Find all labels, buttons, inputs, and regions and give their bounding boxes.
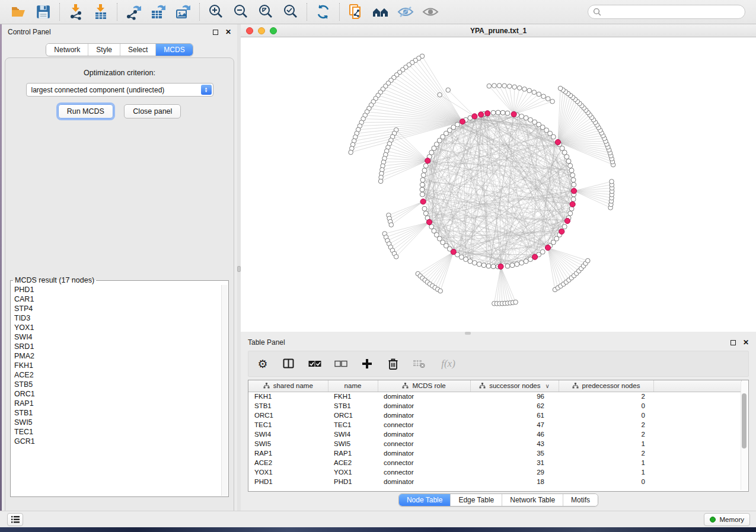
table-row[interactable]: ORC1ORC1dominator610 [248,411,742,420]
table-row[interactable]: PHD1PHD1dominator180 [248,477,742,486]
tab-motifs[interactable]: Motifs [563,494,598,506]
tab-mcds[interactable]: MCDS [155,44,192,56]
mcds-result-item[interactable]: SWI4 [14,332,228,342]
table-row[interactable]: YOX1YOX1connector291 [248,467,742,477]
export-image-button[interactable] [171,2,196,22]
column-header-successor-nodes[interactable]: successor nodes∨ [470,380,559,392]
deselect-all-checkboxes-icon[interactable] [334,357,348,371]
network-graph[interactable] [241,37,756,332]
tab-select[interactable]: Select [120,44,155,56]
hide-selected-button[interactable] [393,2,418,22]
toolbar-separator [117,3,117,21]
search-icon [593,8,601,16]
zoom-selected-button[interactable] [278,2,303,22]
show-all-button[interactable] [418,2,443,22]
table-scrollbar-thumb[interactable] [742,393,747,448]
mcds-result-group: MCDS result (17 nodes) PHD1CAR1STP4TID3Y… [10,276,229,497]
mcds-result-item[interactable]: TEC1 [14,427,228,437]
table-row[interactable]: STB1STB1dominator620 [248,401,742,411]
memory-status-icon [710,517,716,523]
close-panel-icon[interactable]: ✕ [225,28,231,36]
run-mcds-button[interactable]: Run MCDS [58,104,113,118]
delete-column-icon[interactable] [386,357,400,371]
select-all-checkboxes-icon[interactable] [308,357,322,371]
export-table-button[interactable] [146,2,171,22]
zoom-out-button[interactable] [228,2,253,22]
network-titlebar[interactable]: YPA_prune.txt_1 [241,24,756,37]
sort-chevron-icon: ∨ [545,383,549,389]
mcds-result-item[interactable]: RAP1 [14,399,228,408]
mcds-result-item[interactable]: CAR1 [14,294,228,304]
node-table: shared namenameMCDS rolesuccessor nodes∨… [248,380,749,492]
memory-label: Memory [719,516,744,523]
network-canvas[interactable] [241,37,756,332]
function-builder-icon[interactable]: f(x) [438,357,458,371]
tab-network-table[interactable]: Network Table [502,494,563,506]
mcds-result-item[interactable]: PMA2 [14,351,228,361]
mcds-result-item[interactable]: ORC1 [14,389,228,399]
tab-edge-table[interactable]: Edge Table [450,494,502,506]
column-header-MCDS-role[interactable]: MCDS role [378,380,470,392]
table-panel: Table Panel ✕ ⚙ f(x) shared namenameMCDS… [241,335,756,511]
import-table-button[interactable] [88,2,113,22]
refresh-button[interactable] [311,2,336,22]
mcds-result-item[interactable]: GCR1 [14,437,228,446]
mcds-result-item[interactable]: SWI5 [14,418,228,427]
table-row[interactable]: SWI4SWI4dominator462 [248,430,742,439]
table-row[interactable]: ACE2ACE2connector311 [248,458,742,467]
close-panel-button[interactable]: Close panel [124,104,181,118]
search-field[interactable] [588,5,745,19]
mcds-result-item[interactable]: FKH1 [14,361,228,370]
mcds-result-item[interactable]: STB1 [14,408,228,418]
column-layout-icon[interactable] [282,357,296,371]
mcds-result-item[interactable]: ACE2 [14,370,228,380]
optimization-select[interactable]: largest connected component (undirected)… [26,83,213,97]
memory-button[interactable]: Memory [704,513,750,526]
mcds-result-item[interactable]: TID3 [14,313,228,323]
zoom-in-button[interactable] [203,2,228,22]
open-session-button[interactable] [6,2,31,22]
float-window-icon[interactable] [731,340,736,345]
mcds-result-item[interactable]: STP4 [14,304,228,313]
task-history-button[interactable] [7,513,23,526]
add-column-icon[interactable] [360,357,374,371]
export-image-icon [175,4,192,20]
optimization-criterion-label: Optimization criterion: [5,69,234,77]
first-neighbors-button[interactable] [368,2,393,22]
tab-network[interactable]: Network [46,44,88,56]
save-session-button[interactable] [31,2,56,22]
duplicate-network-button[interactable] [343,2,368,22]
zoom-out-icon [232,4,249,20]
table-row[interactable]: RAP1RAP1dominator352 [248,448,742,458]
zoom-fit-button[interactable] [253,2,278,22]
node-table-header-row: shared namenameMCDS rolesuccessor nodes∨… [248,380,742,392]
search-input[interactable] [604,7,745,17]
table-toolbar: ⚙ f(x) [248,351,749,377]
float-window-icon[interactable] [213,30,218,35]
table-row[interactable]: TEC1TEC1connector472 [248,420,742,430]
column-header-name[interactable]: name [328,380,378,392]
tab-node-table[interactable]: Node Table [399,494,451,506]
tab-style[interactable]: Style [88,44,120,56]
mcds-result-item[interactable]: STB5 [14,380,228,389]
save-floppy-icon [36,4,51,20]
mcds-list-scrollbar[interactable] [221,285,228,496]
toolbar-separator [199,3,200,21]
table-settings-gear-icon[interactable]: ⚙ [256,357,270,371]
mcds-result-item[interactable]: SRD1 [14,342,228,351]
table-row[interactable]: FKH1FKH1dominator962 [248,392,742,401]
delete-table-icon[interactable] [412,357,426,371]
column-header-shared-name[interactable]: shared name [248,380,328,392]
column-header-predecessor-nodes[interactable]: predecessor nodes [559,380,653,392]
table-scrollbar[interactable] [741,382,747,490]
table-row[interactable]: SWI5SWI5connector431 [248,439,742,448]
export-network-button[interactable] [121,2,146,22]
mcds-result-item[interactable]: YOX1 [14,323,228,332]
close-panel-icon[interactable]: ✕ [743,339,749,346]
mcds-result-title: MCDS result (17 nodes) [13,276,96,284]
network-window: YPA_prune.txt_1 [241,24,756,332]
import-network-button[interactable] [63,2,88,22]
mcds-result-item[interactable]: PHD1 [14,285,228,294]
table-panel-title: Table Panel [248,338,285,347]
column-type-icon [402,383,409,389]
